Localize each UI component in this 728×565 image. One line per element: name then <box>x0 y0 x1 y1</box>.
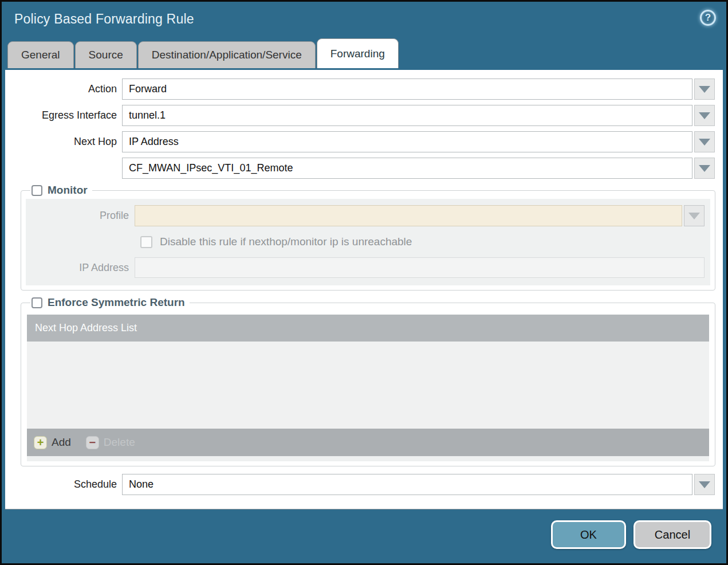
monitor-ip-address-input <box>135 257 705 278</box>
next-hop-dropdown-button[interactable] <box>694 131 715 152</box>
delete-button: − Delete <box>86 436 135 449</box>
action-dropdown-button[interactable] <box>694 79 715 100</box>
schedule-input[interactable] <box>122 474 692 495</box>
tab-forwarding[interactable]: Forwarding <box>317 38 399 68</box>
action-row: Action <box>5 79 715 100</box>
next-hop-type-input[interactable] <box>122 131 692 152</box>
dialog-footer: OK Cancel <box>2 506 726 563</box>
chevron-down-icon <box>699 112 710 119</box>
tab-source[interactable]: Source <box>75 41 137 68</box>
monitor-legend: Monitor <box>48 184 88 197</box>
chevron-down-icon <box>699 165 710 172</box>
enforce-symmetric-return-checkbox[interactable] <box>32 297 42 308</box>
add-button[interactable]: + Add <box>34 436 71 449</box>
next-hop-address-list-table: Next Hop Address List + Add − Delete <box>27 315 709 461</box>
disable-rule-label: Disable this rule if nexthop/monitor ip … <box>160 236 412 248</box>
profile-dropdown-button <box>684 205 705 226</box>
next-hop-address-input[interactable] <box>122 158 692 179</box>
disable-rule-row: Disable this rule if nexthop/monitor ip … <box>140 236 705 248</box>
egress-interface-dropdown-button[interactable] <box>694 105 715 126</box>
tab-bar: General Source Destination/Application/S… <box>2 36 726 68</box>
next-hop-address-list-toolbar: + Add − Delete <box>27 429 709 456</box>
next-hop-label: Next Hop <box>5 136 122 148</box>
disable-rule-checkbox <box>140 236 152 248</box>
help-icon[interactable]: ? <box>700 10 716 26</box>
profile-row: Profile <box>32 205 705 226</box>
tab-general[interactable]: General <box>7 41 74 68</box>
tab-destination-application-service[interactable]: Destination/Application/Service <box>138 41 316 68</box>
next-hop-address-list-body[interactable] <box>27 342 709 429</box>
dialog-titlebar: Policy Based Forwarding Rule ? <box>2 2 726 36</box>
action-label: Action <box>5 83 122 95</box>
policy-based-forwarding-dialog: Policy Based Forwarding Rule ? General S… <box>0 0 728 565</box>
minus-icon: − <box>86 436 99 449</box>
egress-interface-input[interactable] <box>122 105 692 126</box>
tab-content-forwarding: Action Egress Interface Next Hop <box>5 70 723 509</box>
dialog-title: Policy Based Forwarding Rule <box>14 11 194 27</box>
monitor-fieldset: Monitor Profile Disable this rule if nex… <box>21 184 715 291</box>
delete-button-label: Delete <box>104 436 135 449</box>
chevron-down-icon <box>699 139 710 146</box>
monitor-ip-address-row: IP Address <box>32 257 705 278</box>
schedule-label: Schedule <box>5 478 122 491</box>
plus-icon: + <box>34 436 47 449</box>
next-hop-row: Next Hop <box>5 131 715 152</box>
profile-input <box>135 205 682 226</box>
egress-interface-label: Egress Interface <box>5 109 122 121</box>
cancel-button[interactable]: Cancel <box>633 520 711 549</box>
next-hop-address-row <box>5 158 715 179</box>
egress-interface-row: Egress Interface <box>5 105 715 126</box>
next-hop-address-list-header: Next Hop Address List <box>27 315 709 342</box>
schedule-row: Schedule <box>5 474 715 495</box>
enforce-symmetric-return-fieldset: Enforce Symmetric Return Next Hop Addres… <box>21 296 715 466</box>
monitor-ip-address-label: IP Address <box>32 262 135 274</box>
chevron-down-icon <box>688 213 700 219</box>
action-input[interactable] <box>122 79 692 100</box>
chevron-down-icon <box>699 481 710 488</box>
next-hop-address-dropdown-button[interactable] <box>694 158 715 179</box>
profile-label: Profile <box>32 210 135 222</box>
table-bottom-strip <box>27 456 709 461</box>
chevron-down-icon <box>699 86 710 93</box>
monitor-panel: Profile Disable this rule if nexthop/mon… <box>26 199 710 285</box>
schedule-dropdown-button[interactable] <box>694 474 715 495</box>
enforce-symmetric-return-legend: Enforce Symmetric Return <box>48 296 185 309</box>
add-button-label: Add <box>52 436 71 449</box>
monitor-checkbox[interactable] <box>32 185 42 196</box>
ok-button[interactable]: OK <box>551 520 626 549</box>
